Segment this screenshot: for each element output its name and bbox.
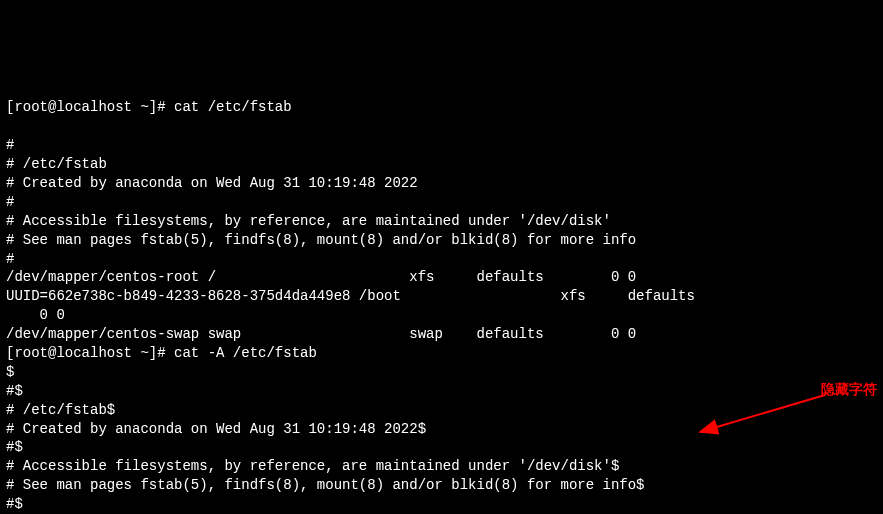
terminal-output: [root@localhost ~]# cat /etc/fstab # # /… [6,80,877,514]
output-line: # Created by anaconda on Wed Aug 31 10:1… [6,421,426,437]
output-line: # /etc/fstab$ [6,402,115,418]
output-line: /dev/mapper/centos-root / xfs defaults 0… [6,269,636,285]
output-line: # [6,251,14,267]
output-line: # [6,194,14,210]
output-line: #$ [6,439,23,455]
output-line: #$ [6,383,23,399]
shell-prompt: [root@localhost ~]# [6,99,174,115]
output-line: # Created by anaconda on Wed Aug 31 10:1… [6,175,418,191]
output-line: # See man pages fstab(5), findfs(8), mou… [6,232,636,248]
shell-prompt: [root@localhost ~]# [6,345,174,361]
command: cat /etc/fstab [174,99,292,115]
output-line: # [6,137,14,153]
output-line: # Accessible filesystems, by reference, … [6,213,611,229]
output-line: #$ [6,496,23,512]
output-line: # /etc/fstab [6,156,107,172]
output-line: $ [6,364,14,380]
command: cat -A /etc/fstab [174,345,317,361]
output-line: UUID=662e738c-b849-4233-8628-375d4da449e… [6,288,720,304]
annotation-label: 隐藏字符 [821,380,877,399]
output-line: # Accessible filesystems, by reference, … [6,458,619,474]
output-line: /dev/mapper/centos-swap swap swap defaul… [6,326,636,342]
output-line: # See man pages fstab(5), findfs(8), mou… [6,477,645,493]
output-line: 0 0 [6,307,65,323]
